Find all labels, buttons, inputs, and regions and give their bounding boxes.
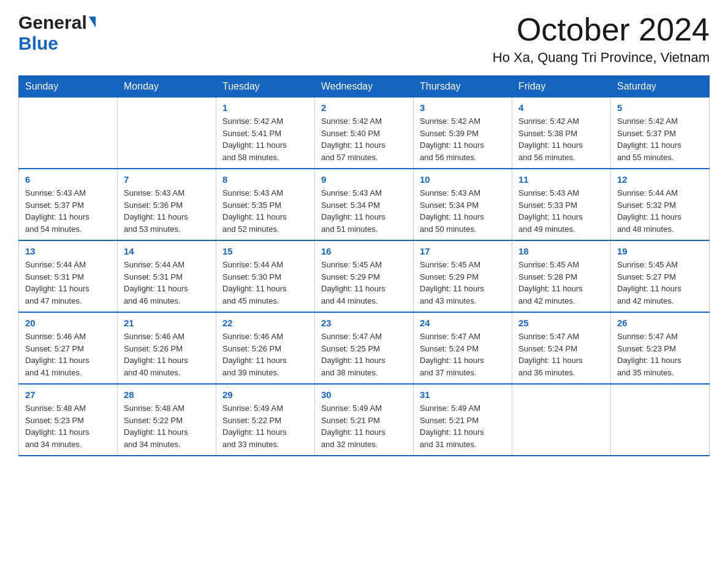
day-number: 4 (518, 102, 604, 113)
calendar-cell: 10Sunrise: 5:43 AM Sunset: 5:34 PM Dayli… (414, 169, 512, 240)
calendar-cell: 30Sunrise: 5:49 AM Sunset: 5:21 PM Dayli… (315, 384, 414, 456)
location: Ho Xa, Quang Tri Province, Vietnam (493, 50, 710, 66)
day-of-week-saturday: Saturday (611, 76, 710, 98)
day-info: Sunrise: 5:45 AM Sunset: 5:28 PM Dayligh… (518, 259, 604, 307)
day-info: Sunrise: 5:46 AM Sunset: 5:26 PM Dayligh… (222, 331, 308, 378)
calendar-cell: 7Sunrise: 5:43 AM Sunset: 5:36 PM Daylig… (118, 169, 216, 240)
day-number: 24 (420, 318, 506, 328)
calendar-cell: 21Sunrise: 5:46 AM Sunset: 5:26 PM Dayli… (118, 312, 216, 384)
month-title: October 2024 (493, 12, 710, 47)
day-info: Sunrise: 5:45 AM Sunset: 5:27 PM Dayligh… (617, 259, 703, 307)
day-info: Sunrise: 5:42 AM Sunset: 5:37 PM Dayligh… (617, 115, 703, 163)
calendar-cell: 27Sunrise: 5:48 AM Sunset: 5:23 PM Dayli… (19, 384, 118, 456)
day-number: 25 (518, 318, 604, 328)
day-info: Sunrise: 5:46 AM Sunset: 5:27 PM Dayligh… (25, 331, 111, 378)
day-number: 7 (124, 174, 210, 185)
day-info: Sunrise: 5:47 AM Sunset: 5:24 PM Dayligh… (420, 331, 506, 378)
day-number: 20 (25, 318, 111, 328)
day-info: Sunrise: 5:49 AM Sunset: 5:22 PM Dayligh… (222, 402, 308, 450)
day-info: Sunrise: 5:48 AM Sunset: 5:22 PM Dayligh… (124, 402, 210, 450)
day-number: 29 (222, 389, 308, 400)
calendar-week-1: 1Sunrise: 5:42 AM Sunset: 5:41 PM Daylig… (19, 98, 710, 169)
day-info: Sunrise: 5:43 AM Sunset: 5:35 PM Dayligh… (222, 187, 308, 235)
calendar-cell (19, 98, 118, 169)
calendar-week-2: 6Sunrise: 5:43 AM Sunset: 5:37 PM Daylig… (19, 169, 710, 240)
day-info: Sunrise: 5:43 AM Sunset: 5:33 PM Dayligh… (518, 187, 604, 235)
calendar-cell: 23Sunrise: 5:47 AM Sunset: 5:25 PM Dayli… (315, 312, 414, 384)
day-number: 9 (321, 174, 407, 185)
calendar-header: SundayMondayTuesdayWednesdayThursdayFrid… (19, 76, 710, 98)
day-info: Sunrise: 5:47 AM Sunset: 5:23 PM Dayligh… (617, 331, 703, 378)
day-number: 17 (420, 246, 506, 256)
day-number: 10 (420, 174, 506, 185)
calendar-cell: 25Sunrise: 5:47 AM Sunset: 5:24 PM Dayli… (512, 312, 611, 384)
day-info: Sunrise: 5:45 AM Sunset: 5:29 PM Dayligh… (321, 259, 407, 307)
calendar-cell: 12Sunrise: 5:44 AM Sunset: 5:32 PM Dayli… (611, 169, 710, 240)
day-number: 31 (420, 389, 506, 400)
calendar-week-4: 20Sunrise: 5:46 AM Sunset: 5:27 PM Dayli… (19, 312, 710, 384)
day-info: Sunrise: 5:42 AM Sunset: 5:40 PM Dayligh… (321, 115, 407, 163)
day-info: Sunrise: 5:43 AM Sunset: 5:34 PM Dayligh… (321, 187, 407, 235)
day-number: 5 (617, 102, 703, 113)
day-info: Sunrise: 5:47 AM Sunset: 5:25 PM Dayligh… (321, 331, 407, 378)
calendar-cell: 17Sunrise: 5:45 AM Sunset: 5:29 PM Dayli… (414, 240, 512, 312)
day-of-week-thursday: Thursday (414, 76, 512, 98)
day-number: 23 (321, 318, 407, 328)
day-info: Sunrise: 5:43 AM Sunset: 5:34 PM Dayligh… (420, 187, 506, 235)
calendar-cell: 2Sunrise: 5:42 AM Sunset: 5:40 PM Daylig… (315, 98, 414, 169)
calendar-cell: 24Sunrise: 5:47 AM Sunset: 5:24 PM Dayli… (414, 312, 512, 384)
calendar-cell: 28Sunrise: 5:48 AM Sunset: 5:22 PM Dayli… (118, 384, 216, 456)
day-number: 19 (617, 246, 703, 256)
day-info: Sunrise: 5:44 AM Sunset: 5:32 PM Dayligh… (617, 187, 703, 235)
day-number: 30 (321, 389, 407, 400)
calendar-cell: 1Sunrise: 5:42 AM Sunset: 5:41 PM Daylig… (216, 98, 315, 169)
day-number: 18 (518, 246, 604, 256)
logo-triangle-icon (89, 17, 96, 28)
calendar-cell: 16Sunrise: 5:45 AM Sunset: 5:29 PM Dayli… (315, 240, 414, 312)
day-info: Sunrise: 5:44 AM Sunset: 5:31 PM Dayligh… (25, 259, 111, 307)
day-number: 12 (617, 174, 703, 185)
calendar-cell: 6Sunrise: 5:43 AM Sunset: 5:37 PM Daylig… (19, 169, 118, 240)
day-number: 28 (124, 389, 210, 400)
day-info: Sunrise: 5:49 AM Sunset: 5:21 PM Dayligh… (420, 402, 506, 450)
days-of-week-row: SundayMondayTuesdayWednesdayThursdayFrid… (19, 76, 710, 98)
day-info: Sunrise: 5:42 AM Sunset: 5:39 PM Dayligh… (420, 115, 506, 163)
calendar-cell: 5Sunrise: 5:42 AM Sunset: 5:37 PM Daylig… (611, 98, 710, 169)
logo-blue: Blue (18, 33, 58, 54)
day-of-week-monday: Monday (118, 76, 216, 98)
day-info: Sunrise: 5:47 AM Sunset: 5:24 PM Dayligh… (518, 331, 604, 378)
day-number: 26 (617, 318, 703, 328)
calendar-cell: 29Sunrise: 5:49 AM Sunset: 5:22 PM Dayli… (216, 384, 315, 456)
calendar-week-3: 13Sunrise: 5:44 AM Sunset: 5:31 PM Dayli… (19, 240, 710, 312)
day-number: 8 (222, 174, 308, 185)
calendar-cell (512, 384, 611, 456)
calendar-cell (611, 384, 710, 456)
calendar-body: 1Sunrise: 5:42 AM Sunset: 5:41 PM Daylig… (19, 98, 710, 456)
calendar-week-5: 27Sunrise: 5:48 AM Sunset: 5:23 PM Dayli… (19, 384, 710, 456)
day-info: Sunrise: 5:44 AM Sunset: 5:31 PM Dayligh… (124, 259, 210, 307)
day-info: Sunrise: 5:46 AM Sunset: 5:26 PM Dayligh… (124, 331, 210, 378)
calendar-cell: 19Sunrise: 5:45 AM Sunset: 5:27 PM Dayli… (611, 240, 710, 312)
calendar-cell: 13Sunrise: 5:44 AM Sunset: 5:31 PM Dayli… (19, 240, 118, 312)
calendar-cell (118, 98, 216, 169)
day-number: 14 (124, 246, 210, 256)
day-of-week-sunday: Sunday (19, 76, 118, 98)
day-info: Sunrise: 5:42 AM Sunset: 5:38 PM Dayligh… (518, 115, 604, 163)
calendar-cell: 4Sunrise: 5:42 AM Sunset: 5:38 PM Daylig… (512, 98, 611, 169)
day-info: Sunrise: 5:48 AM Sunset: 5:23 PM Dayligh… (25, 402, 111, 450)
day-info: Sunrise: 5:43 AM Sunset: 5:36 PM Dayligh… (124, 187, 210, 235)
day-info: Sunrise: 5:42 AM Sunset: 5:41 PM Dayligh… (222, 115, 308, 163)
logo: General Blue (18, 12, 96, 54)
day-of-week-friday: Friday (512, 76, 611, 98)
calendar-table: SundayMondayTuesdayWednesdayThursdayFrid… (18, 75, 710, 456)
calendar-cell: 9Sunrise: 5:43 AM Sunset: 5:34 PM Daylig… (315, 169, 414, 240)
calendar-cell: 11Sunrise: 5:43 AM Sunset: 5:33 PM Dayli… (512, 169, 611, 240)
day-number: 16 (321, 246, 407, 256)
title-block: October 2024 Ho Xa, Quang Tri Province, … (493, 12, 710, 66)
day-number: 1 (222, 102, 308, 113)
logo-general: General (18, 12, 87, 33)
calendar-cell: 20Sunrise: 5:46 AM Sunset: 5:27 PM Dayli… (19, 312, 118, 384)
day-number: 6 (25, 174, 111, 185)
calendar-cell: 22Sunrise: 5:46 AM Sunset: 5:26 PM Dayli… (216, 312, 315, 384)
day-number: 2 (321, 102, 407, 113)
